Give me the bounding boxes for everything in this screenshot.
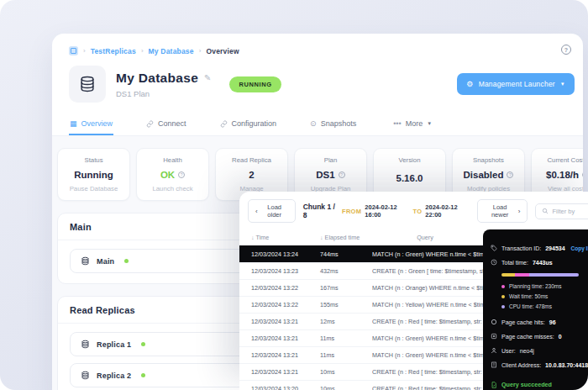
from-value: 2024-02-12 16:00 [365, 203, 409, 219]
breadcrumb-link-database[interactable]: My Database [149, 47, 194, 55]
status-dot [124, 259, 129, 263]
log-query: CREATE (n : Red [ time: $timestamp, str:… [372, 385, 483, 390]
query-log-row[interactable]: 12/03/2024 13:24 744ms MATCH (n : Green)… [239, 245, 483, 262]
transaction-id-row: Transaction ID: 294534 Copy ID [491, 245, 580, 251]
client-address-row: Client Address: 10.0.83.70:44186 [491, 361, 580, 368]
stat-card-value-text: Disabled [464, 170, 504, 180]
user-icon [491, 347, 497, 354]
log-elapsed: 10ms [320, 385, 372, 390]
link-icon [220, 120, 228, 128]
status-dot [141, 373, 145, 377]
stat-card-action[interactable]: Pause Database [70, 185, 118, 192]
query-log-row[interactable]: 12/03/2024 13:22 167ms MATCH (n : Orange… [239, 279, 483, 296]
log-elapsed: 432ms [320, 267, 372, 275]
filter-input[interactable] [552, 208, 588, 215]
log-time: 12/03/2024 13:21 [251, 335, 320, 342]
load-older-button[interactable]: ‹ Load older [248, 199, 296, 223]
grid-icon: ▦ [70, 120, 77, 128]
stat-card-action[interactable]: Launch check [152, 185, 192, 192]
info-icon[interactable]: ? [339, 171, 345, 178]
to-value: 2024-02-12 22:00 [425, 203, 470, 219]
search-icon [542, 208, 549, 214]
legend-bullet [501, 305, 505, 308]
log-elapsed: 744ms [320, 250, 372, 258]
info-icon[interactable]: ? [507, 171, 513, 178]
log-time: 12/03/2024 13:24 [251, 250, 320, 258]
stat-card: Status Running ? Pause Database [57, 148, 130, 201]
stat-card-value: 5.16.0 ? [396, 173, 423, 183]
page-cache-misses-row: Page cache misses: 0 [491, 333, 580, 340]
log-query: MATCH (n : Green) WHERE n.time < $timest… [372, 351, 483, 359]
info-icon[interactable]: ? [178, 171, 185, 178]
column-elapsed[interactable]: ↓Elapsed time [320, 234, 372, 241]
legend-bullet [501, 295, 505, 298]
query-log-row[interactable]: 12/03/2024 13:21 11ms MATCH (n : Green) … [239, 329, 483, 346]
stat-card-label: Snapshots [473, 156, 504, 164]
database-icon [69, 66, 106, 103]
tab-overview[interactable]: ▦ Overview [69, 113, 113, 135]
management-launcher-button[interactable]: ⚙ Management Launcher ▼ [457, 73, 575, 95]
timing-legend: Planning time: 230ms Wait time: 50ms CPU… [491, 283, 580, 309]
timing-segment [529, 273, 579, 277]
info-icon[interactable]: ? [582, 171, 583, 178]
edit-title-icon[interactable]: ✎ [204, 73, 211, 82]
query-log-overlay: ‹ Load older Chunk 1 / 8 FROM 2024-02-12… [239, 192, 588, 390]
stat-card-value: DS1 ? [316, 170, 344, 180]
tab-label: Connect [158, 119, 186, 128]
query-log-row[interactable]: 12/03/2024 13:20 10ms CREATE (n : Red [ … [239, 380, 483, 390]
legend-label: Wait time: 50ms [509, 293, 548, 299]
database-icon [81, 340, 90, 349]
tab-snapshots[interactable]: ⊙ Snapshots [309, 113, 357, 135]
clock-icon [491, 259, 497, 266]
tab-more[interactable]: ••• More ▼ [392, 113, 433, 135]
load-newer-label: Load newer [485, 203, 514, 219]
breadcrumb-link-project[interactable]: TestReplicas [91, 47, 136, 55]
breadcrumb: › TestReplicas › My Database › Overview [52, 34, 583, 61]
timing-segment [501, 273, 515, 277]
chevron-down-icon: ▼ [427, 121, 432, 126]
query-log-row[interactable]: 12/03/2024 13:22 155ms MATCH (n : Yellow… [239, 296, 483, 313]
page-cache-hits-label: Page cache hits: [501, 319, 545, 325]
chevron-down-icon: ▼ [560, 82, 565, 87]
query-log-row[interactable]: 12/03/2024 13:21 11ms MATCH (n : Green) … [239, 346, 483, 363]
log-time: 12/03/2024 13:21 [251, 351, 320, 359]
project-icon[interactable] [69, 46, 78, 55]
document-check-icon [491, 382, 497, 388]
app-canvas: ? › TestReplicas › My Database › Overvie… [0, 0, 588, 390]
legend-item: Planning time: 230ms [501, 283, 580, 289]
query-log-row[interactable]: 12/03/2024 13:21 12ms CREATE (n : Red [ … [239, 313, 483, 329]
user-value: neo4j [520, 348, 534, 354]
status-dot [141, 342, 145, 346]
column-time[interactable]: ↓Time [251, 234, 320, 241]
title-row: My Database ✎ DS1 Plan RUNNING ⚙ Managem… [52, 61, 583, 113]
query-log-row[interactable]: 12/03/2024 13:23 432ms CREATE (n : Green… [239, 262, 483, 279]
help-icon[interactable]: ? [561, 45, 571, 55]
cache-misses-icon [491, 333, 497, 340]
column-label: Time [256, 234, 270, 241]
query-log-columns: ↓Time ↓Elapsed time Query [239, 229, 483, 245]
log-elapsed: 11ms [320, 335, 372, 342]
load-newer-button[interactable]: Load newer › [477, 199, 528, 223]
tab-label: Snapshots [321, 119, 357, 128]
legend-item: CPU time: 478ms [501, 303, 580, 309]
tab-bar: ▦ Overview Connect Configuration ⊙ Sna [52, 113, 583, 136]
stat-card-value-text: 5.16.0 [396, 173, 423, 183]
log-query: MATCH (n : Green) WHERE n.time < $timest… [372, 250, 483, 258]
tab-connect[interactable]: Connect [145, 113, 187, 135]
query-log-row[interactable]: 12/03/2024 13:21 10ms CREATE (n : Red [ … [239, 363, 483, 380]
column-label: Query [417, 234, 433, 241]
legend-label: CPU time: 478ms [509, 303, 552, 309]
breadcrumb-separator: › [83, 47, 86, 55]
timing-bar [501, 273, 579, 277]
page-title: My Database [116, 71, 198, 86]
stat-card-value: Disabled ? [464, 170, 514, 180]
link-icon [146, 120, 154, 128]
total-time-row: Total time: 7443us [491, 259, 580, 266]
copy-id-button[interactable]: Copy ID [571, 245, 588, 251]
transaction-id-label: Transaction ID: [501, 245, 541, 251]
log-time: 12/03/2024 13:22 [251, 284, 320, 292]
breadcrumb-separator: › [199, 47, 202, 55]
column-query[interactable]: Query [372, 234, 478, 241]
tab-configuration[interactable]: Configuration [219, 113, 278, 135]
to-keyword: TO [412, 208, 422, 215]
